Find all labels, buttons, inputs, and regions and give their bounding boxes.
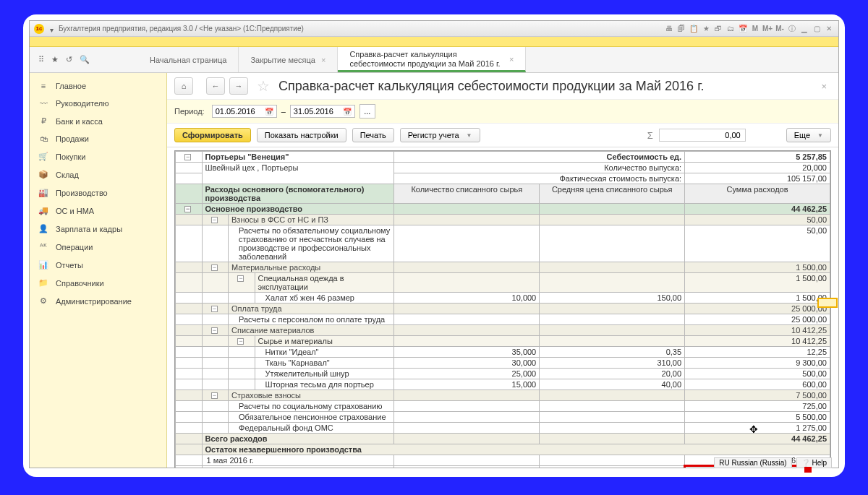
sidebar-item-reports[interactable]: 📊Отчеты: [30, 256, 166, 274]
generate-button[interactable]: Сформировать: [174, 128, 251, 142]
tab-close-icon[interactable]: ×: [321, 56, 326, 65]
toolbar-icon[interactable]: 📅: [738, 24, 748, 34]
table-row: Халат хб жен 46 размер10,000150,001 500,…: [176, 293, 830, 304]
table-row: Шторная тесьма для портьер15,00040,00600…: [176, 379, 830, 390]
toolbar-icon[interactable]: 🖶: [664, 24, 674, 34]
date-to-input[interactable]: [294, 107, 340, 116]
truck-icon: 🚚: [38, 206, 48, 215]
apps-icon[interactable]: ⠿: [38, 55, 44, 64]
chevron-down-icon: ▼: [817, 132, 823, 139]
register-button[interactable]: Регистр учета▼: [400, 128, 480, 142]
sidebar-item-label: Главное: [56, 82, 86, 90]
gear-icon: ⚙: [38, 296, 48, 306]
search-icon[interactable]: 🔍: [80, 55, 90, 64]
minimize-icon[interactable]: ▁: [799, 24, 809, 34]
collapse-toggle[interactable]: −: [184, 206, 191, 212]
red-marker: [804, 467, 812, 473]
cart-icon: 🛒: [38, 152, 48, 161]
sidebar-item-purchases[interactable]: 🛒Покупки: [30, 147, 166, 165]
form-close-icon[interactable]: ×: [817, 81, 831, 92]
sidebar-item-label: Зарплата и кадры: [56, 225, 122, 233]
app-1c-icon: 1c: [34, 24, 44, 34]
m-minus-button[interactable]: M-: [775, 24, 785, 34]
period-from[interactable]: 📅: [212, 105, 277, 118]
toolbar-icon[interactable]: 📋: [689, 24, 699, 34]
back-button[interactable]: ←: [206, 77, 225, 95]
cursor-icon: ✥: [749, 423, 758, 435]
toolbar-icon[interactable]: 🗂: [726, 24, 736, 34]
toolbar-icon[interactable]: ★: [701, 24, 711, 34]
factory-icon: 🏭: [38, 188, 48, 197]
table-row: Федеральный фонд ОМС1 275,00: [176, 423, 830, 434]
chevron-down-icon: ▼: [467, 132, 472, 139]
sidebar-item-label: Банк и касса: [56, 117, 103, 126]
ruble-icon: ₽: [38, 116, 48, 126]
period-to[interactable]: 📅: [290, 105, 355, 118]
maximize-icon[interactable]: ▢: [812, 24, 822, 34]
info-icon[interactable]: ⓘ: [787, 24, 797, 34]
report-area[interactable]: − Портьеры "Венеция" Себестоимость ед. 5…: [167, 147, 838, 468]
sidebar-item-label: Продажи: [56, 134, 89, 143]
calendar-icon[interactable]: 📅: [265, 108, 273, 116]
period-label: Период:: [174, 107, 205, 116]
table-row: −Основное производство44 462,25: [176, 204, 830, 215]
sidebar-item-manager[interactable]: 〰Руководителю: [30, 95, 166, 112]
sidebar-item-operations[interactable]: ᴬᴷОперации: [30, 238, 166, 256]
collapse-toggle[interactable]: −: [237, 338, 244, 345]
home-button[interactable]: ⌂: [174, 77, 193, 95]
person-icon: 👤: [38, 224, 48, 233]
status-bar: RU Russian (Russia) ❔ Help: [714, 457, 832, 468]
collapse-toggle[interactable]: −: [211, 327, 218, 334]
bag-icon: 🛍: [38, 134, 48, 143]
date-from-input[interactable]: [216, 107, 262, 116]
collapse-toggle[interactable]: −: [211, 306, 218, 312]
sidebar-item-bank[interactable]: ₽Банк и касса: [30, 112, 166, 130]
tab-close-icon[interactable]: ×: [509, 55, 514, 64]
favorite-outline-icon[interactable]: ☆: [257, 77, 270, 95]
sidebar-item-assets[interactable]: 🚚ОС и НМА: [30, 202, 166, 220]
show-settings-button[interactable]: Показать настройки: [257, 128, 346, 142]
toolbar-icon[interactable]: 🗐: [676, 24, 686, 34]
sidebar-item-label: Руководителю: [56, 99, 109, 108]
sidebar-item-dicts[interactable]: 📁Справочники: [30, 274, 166, 292]
sidebar-item-main[interactable]: ≡Главное: [30, 77, 166, 95]
tab-home[interactable]: Начальная страница: [138, 47, 239, 72]
favorite-icon[interactable]: ★: [51, 55, 59, 64]
collapse-toggle[interactable]: −: [184, 154, 191, 160]
toolbar-icon[interactable]: 🗗: [713, 24, 723, 34]
period-picker-button[interactable]: ...: [359, 104, 375, 119]
m-plus-button[interactable]: M+: [762, 24, 773, 34]
collapse-toggle[interactable]: −: [211, 392, 218, 399]
sidebar-item-label: Склад: [56, 171, 79, 179]
m-button[interactable]: M: [750, 24, 760, 34]
lang-indicator[interactable]: RU Russian (Russia): [714, 457, 791, 468]
report-table: − Портьеры "Венеция" Себестоимость ед. 5…: [175, 151, 830, 468]
table-row: Всего расходов44 462,25: [176, 434, 830, 444]
sidebar-item-admin[interactable]: ⚙Администрирование: [30, 292, 166, 310]
tab-month-close[interactable]: Закрытие месяца×: [239, 47, 338, 72]
more-button[interactable]: Еще▼: [786, 128, 831, 142]
sidebar-item-salary[interactable]: 👤Зарплата и кадры: [30, 220, 166, 238]
sidebar-item-sales[interactable]: 🛍Продажи: [30, 130, 166, 147]
sidebar-item-stock[interactable]: 📦Склад: [30, 165, 166, 184]
sidebar-item-label: Производство: [56, 189, 108, 197]
collapse-toggle[interactable]: −: [211, 217, 218, 223]
titlebar-dropdown-icon[interactable]: ▾: [50, 26, 56, 32]
table-row: −Оплата труда25 000,00: [176, 304, 830, 314]
help-button[interactable]: ❔ Help: [796, 457, 832, 468]
history-icon[interactable]: ↺: [66, 55, 72, 64]
print-button[interactable]: Печать: [352, 128, 394, 142]
sidebar-item-label: Отчеты: [56, 261, 83, 270]
sidebar-item-production[interactable]: 🏭Производство: [30, 184, 166, 202]
table-row: Обязательное пенсионное страхование5 500…: [176, 412, 830, 423]
forward-button[interactable]: →: [229, 77, 248, 95]
table-row: Расчеты по социальному страхованию725,00: [176, 401, 830, 412]
collapse-toggle[interactable]: −: [211, 264, 218, 271]
menu-icon: ≡: [38, 82, 48, 90]
collapse-toggle[interactable]: −: [237, 275, 244, 282]
close-icon[interactable]: ✕: [824, 24, 834, 34]
tab-cost-report[interactable]: Справка-расчет калькуляция себестоимости…: [338, 47, 526, 72]
sidebar-item-label: Администрирование: [56, 297, 132, 306]
calendar-icon[interactable]: 📅: [343, 108, 352, 116]
table-row: −Специальная одежда в эксплуатации1 500,…: [176, 273, 830, 293]
